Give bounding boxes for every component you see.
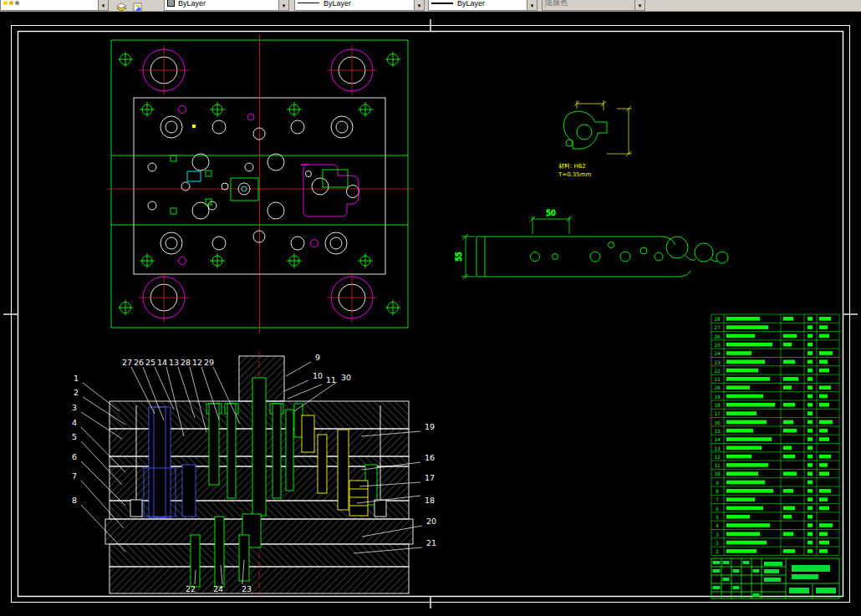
lineweight-dropdown[interactable]: ByLayer ▼ <box>428 0 537 11</box>
lineweight-sample <box>431 3 453 4</box>
bom-material-bar <box>783 532 793 537</box>
bom-material-bar <box>783 446 792 451</box>
bom-qty-bar <box>808 497 813 501</box>
bom-note-bar <box>819 523 833 527</box>
callout-6: 6 <box>72 452 77 461</box>
callout-22: 22 <box>186 584 196 593</box>
bom-name-bar <box>726 497 755 501</box>
drawing-canvas[interactable]: 1234567827262514132812299101130191617182… <box>0 11 861 616</box>
bom-name-bar <box>726 317 760 321</box>
die-top-view <box>106 35 413 333</box>
bom-row-no: 20 <box>714 384 721 390</box>
linetype-dropdown[interactable]: ByLayer ▼ <box>294 0 425 11</box>
callout-20: 20 <box>426 517 436 526</box>
callout-19: 19 <box>425 422 435 431</box>
chevron-down-icon[interactable]: ▼ <box>414 0 424 10</box>
bom-name-bar <box>726 532 760 537</box>
bom-qty-bar <box>808 471 813 476</box>
callout-29: 29 <box>204 358 214 367</box>
leader-line <box>288 384 322 399</box>
bom-row-no: 24 <box>714 350 721 356</box>
callout-30: 30 <box>341 373 351 382</box>
bom-material-bar <box>783 334 797 339</box>
bom-name-bar <box>726 481 765 485</box>
callout-27: 27 <box>122 358 132 367</box>
bom-note-bar <box>819 437 829 441</box>
strip-layout-view: 50 55 <box>455 209 728 279</box>
die-insert <box>323 170 348 187</box>
callout-13: 13 <box>169 358 179 367</box>
bom-qty-bar <box>808 411 813 415</box>
detail-note-line1: 材料: H62 <box>558 163 586 170</box>
layer-dropdown[interactable]: ▼ <box>0 0 109 11</box>
bom-name-bar <box>726 471 758 476</box>
bom-name-bar <box>726 403 775 407</box>
bom-name-bar <box>726 395 763 399</box>
bom-qty-bar <box>808 489 813 493</box>
bom-note-bar <box>819 463 828 467</box>
bom-note-bar <box>819 549 828 553</box>
callout-11: 11 <box>326 375 336 384</box>
layer-status-icons <box>3 1 21 5</box>
bom-row-no: 18 <box>714 402 721 408</box>
bom-note-bar <box>819 489 831 493</box>
chevron-down-icon[interactable]: ▼ <box>278 0 288 10</box>
callout-26: 26 <box>134 358 144 367</box>
callout-8: 8 <box>72 496 77 505</box>
bom-name-bar <box>726 437 772 441</box>
callout-17: 17 <box>425 473 435 482</box>
bom-row-no: 4 <box>716 522 719 528</box>
bom-row-no: 14 <box>714 436 721 442</box>
layer-state-icon[interactable] <box>131 0 145 11</box>
dimension-lines <box>461 216 572 279</box>
chevron-down-icon: ▼ <box>634 0 644 10</box>
bom-material-bar <box>783 343 792 347</box>
leader-line <box>284 380 308 391</box>
bom-name-bar <box>726 455 751 459</box>
bom-name-bar <box>726 463 768 467</box>
bom-qty-bar <box>808 481 813 485</box>
color-swatch <box>167 0 175 7</box>
bom-material-bar <box>783 429 797 433</box>
application-window: ▼ ByLayer ▼ ByLayer ▼ ByLa <box>0 0 861 616</box>
bom-qty-bar <box>808 377 813 381</box>
bom-qty-bar <box>808 532 813 537</box>
bom-qty-bar <box>808 549 813 553</box>
bom-material-bar <box>783 403 795 407</box>
bom-qty-bar <box>808 463 813 467</box>
bom-note-bar <box>819 385 831 389</box>
bom-row-no: 16 <box>714 420 721 425</box>
callout-25: 25 <box>145 358 155 367</box>
color-dropdown[interactable]: ByLayer ▼ <box>164 0 289 11</box>
plotstyle-value: 随颜色 <box>545 0 568 8</box>
chevron-down-icon[interactable]: ▼ <box>527 0 537 10</box>
bom-qty-bar <box>808 420 813 425</box>
bom-note-bar <box>819 541 829 545</box>
bom-row-no: 2 <box>716 540 719 546</box>
callout-1: 1 <box>74 374 79 383</box>
callout-7: 7 <box>72 471 77 481</box>
bom-note-bar <box>819 420 833 425</box>
bom-material-bar <box>783 385 792 389</box>
bom-row-no: 13 <box>714 445 721 451</box>
callout-14: 14 <box>157 358 167 367</box>
marker-point <box>192 125 196 128</box>
punch-holes <box>148 116 359 254</box>
bom-material-bar <box>783 420 793 425</box>
callout-2: 2 <box>74 388 79 397</box>
bom-name-bar <box>726 420 767 425</box>
plotstyle-dropdown: 随颜色 ▼ <box>542 0 645 11</box>
detail-dimensions <box>574 100 632 156</box>
bom-qty-bar <box>808 343 813 347</box>
bom-row-no: 27 <box>714 324 721 330</box>
bom-name-bar <box>726 325 768 329</box>
bom-table: 2827262524232221201918171615141312111098… <box>711 314 839 555</box>
bom-qty-bar <box>808 385 813 389</box>
layers-icon[interactable] <box>115 0 130 11</box>
key-slots <box>171 155 211 214</box>
bom-note-bar <box>819 497 828 501</box>
bom-name-bar <box>726 343 772 347</box>
bom-qty-bar <box>808 455 813 459</box>
chevron-down-icon[interactable]: ▼ <box>98 0 108 10</box>
properties-toolbar: ▼ ByLayer ▼ ByLayer ▼ ByLa <box>0 0 861 12</box>
